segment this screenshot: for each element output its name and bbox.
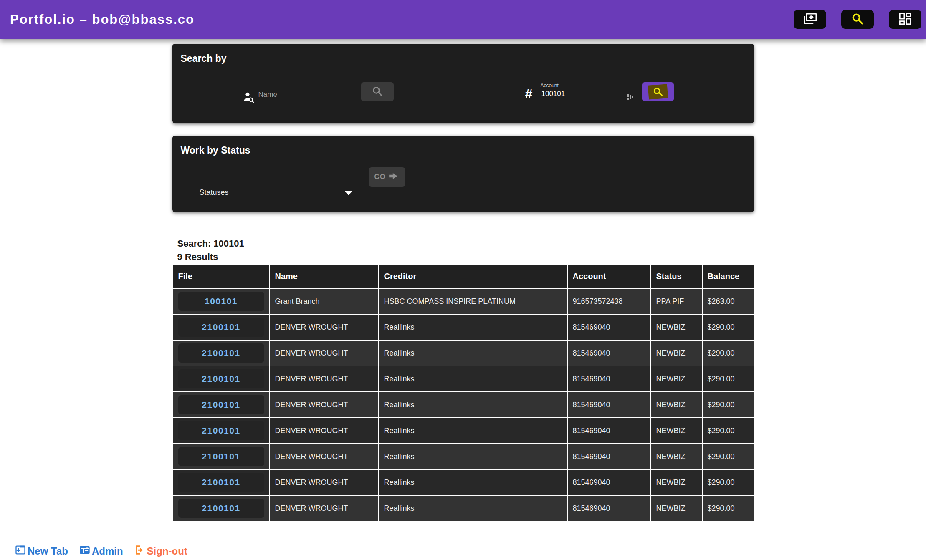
chevron-down-icon	[345, 191, 352, 195]
cell-account: 815469040	[567, 469, 651, 495]
file-cell: 2100101	[173, 314, 270, 340]
statuses-select[interactable]: Statuses	[192, 176, 357, 202]
file-link[interactable]: 2100101	[178, 395, 264, 414]
app-bar: Portfol.io – bob@bbass.co	[0, 0, 926, 39]
new-tab-link[interactable]: New Tab	[15, 544, 68, 558]
admin-link[interactable]: Admin	[79, 544, 123, 558]
file-cell: 2100101	[173, 392, 270, 418]
cell-status: NEWBIZ	[651, 314, 702, 340]
cell-balance: $290.00	[702, 366, 754, 392]
cell-balance: $263.00	[702, 288, 754, 314]
work-by-status-card: Work by Status Statuses GO	[172, 136, 754, 212]
new-tab-label: New Tab	[28, 545, 68, 557]
file-link[interactable]: 2100101	[178, 499, 264, 518]
col-account: Account	[567, 265, 651, 288]
file-link[interactable]: 2100101	[178, 318, 264, 337]
cell-balance: $290.00	[702, 495, 754, 521]
results-count: 9 Results	[177, 250, 244, 264]
search-by-title: Search by	[181, 53, 227, 64]
cell-balance: $290.00	[702, 469, 754, 495]
file-link[interactable]: 2100101	[178, 447, 264, 466]
col-creditor: Creditor	[379, 265, 567, 288]
cell-name: DENVER WROUGHT	[270, 469, 379, 495]
statuses-select-value: Statuses	[200, 188, 229, 197]
cell-status: NEWBIZ	[651, 444, 702, 469]
cell-status: NEWBIZ	[651, 495, 702, 521]
cell-account: 815469040	[567, 392, 651, 418]
cell-creditor: Reallinks	[379, 340, 567, 366]
col-file: File	[173, 265, 270, 288]
file-cell: 2100101	[173, 366, 270, 392]
admin-window-icon	[79, 544, 91, 558]
cell-creditor: Reallinks	[379, 366, 567, 392]
search-icon-yellow	[652, 86, 664, 98]
table-row: 2100101DENVER WROUGHTReallinks815469040N…	[173, 366, 754, 392]
cell-name: DENVER WROUGHT	[270, 495, 379, 521]
cell-account: 815469040	[567, 418, 651, 444]
cell-balance: $290.00	[702, 314, 754, 340]
cell-name: DENVER WROUGHT	[270, 366, 379, 392]
table-header-row: File Name Creditor Account Status Balanc…	[173, 265, 754, 288]
admin-label: Admin	[92, 545, 123, 557]
file-link[interactable]: 2100101	[178, 343, 264, 363]
name-search-button[interactable]	[361, 82, 394, 101]
search-nav-button[interactable]	[841, 10, 874, 29]
dashboard-button[interactable]	[889, 10, 921, 29]
file-cell: 2100101	[173, 340, 270, 366]
results-tbody: 100101Grant BranchHSBC COMPASS INSPIRE P…	[173, 288, 754, 521]
cell-account: 815469040	[567, 314, 651, 340]
search-icon	[850, 12, 865, 27]
cell-name: DENVER WROUGHT	[270, 340, 379, 366]
sign-out-label: Sign-out	[147, 545, 187, 557]
file-cell: 2100101	[173, 495, 270, 521]
account-label: Account	[541, 83, 636, 88]
dashboard-grid-icon	[898, 12, 912, 27]
file-link[interactable]: 2100101	[178, 473, 264, 492]
cell-balance: $290.00	[702, 392, 754, 418]
cell-creditor: HSBC COMPASS INSPIRE PLATINUM	[379, 288, 567, 314]
cell-status: NEWBIZ	[651, 469, 702, 495]
payments-button[interactable]	[794, 10, 826, 29]
cell-account: 815469040	[567, 444, 651, 469]
account-field: Account	[541, 83, 636, 102]
cell-account: 815469040	[567, 495, 651, 521]
main-content: Search by # Account	[172, 0, 754, 560]
file-link[interactable]: 2100101	[178, 369, 264, 388]
cell-account: 815469040	[567, 366, 651, 392]
results-header: Search: 100101 9 Results	[177, 237, 244, 264]
name-input[interactable]	[258, 89, 350, 103]
file-cell: 2100101	[173, 418, 270, 444]
account-search-button[interactable]	[642, 82, 674, 101]
cell-status: NEWBIZ	[651, 418, 702, 444]
file-cell: 2100101	[173, 469, 270, 495]
col-name: Name	[270, 265, 379, 288]
cell-account: 916573572438	[567, 288, 651, 314]
col-balance: Balance	[702, 265, 754, 288]
cell-account: 815469040	[567, 340, 651, 366]
cell-creditor: Reallinks	[379, 444, 567, 469]
cell-creditor: Reallinks	[379, 469, 567, 495]
search-icon-highlight	[648, 84, 668, 99]
person-search-icon	[242, 91, 255, 106]
cell-creditor: Reallinks	[379, 418, 567, 444]
file-link[interactable]: 2100101	[178, 421, 264, 440]
cell-balance: $290.00	[702, 340, 754, 366]
barcode-icon	[627, 93, 634, 103]
sign-out-link[interactable]: Sign-out	[134, 544, 187, 558]
go-button[interactable]: GO	[369, 167, 405, 187]
table-row: 2100101DENVER WROUGHTReallinks815469040N…	[173, 444, 754, 469]
hash-icon: #	[525, 86, 533, 102]
banknotes-icon	[802, 11, 817, 28]
go-button-label: GO	[374, 173, 386, 181]
file-link[interactable]: 100101	[178, 292, 264, 311]
cell-name: DENVER WROUGHT	[270, 314, 379, 340]
search-icon-gray	[371, 85, 384, 99]
search-by-card: Search by # Account	[172, 44, 754, 123]
app-title: Portfol.io – bob@bbass.co	[10, 12, 195, 27]
col-status: Status	[651, 265, 702, 288]
account-input[interactable]	[541, 89, 636, 102]
work-by-status-title: Work by Status	[181, 145, 250, 156]
table-row: 2100101DENVER WROUGHTReallinks815469040N…	[173, 314, 754, 340]
footer-links: New Tab Admin Sign-out	[15, 544, 187, 558]
table-row: 2100101DENVER WROUGHTReallinks815469040N…	[173, 340, 754, 366]
